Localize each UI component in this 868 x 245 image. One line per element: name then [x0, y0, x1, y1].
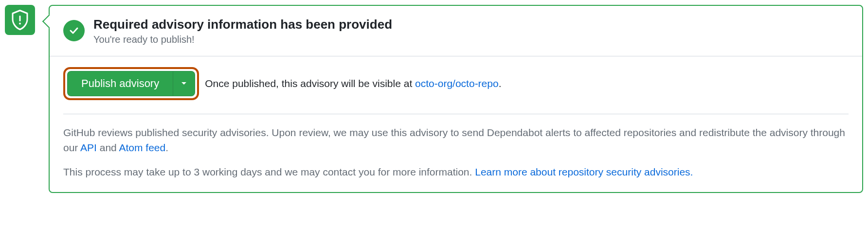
status-subtitle: You're ready to publish! — [93, 34, 392, 45]
status-title: Required advisory information has been p… — [93, 17, 392, 33]
repo-link[interactable]: octo-org/octo-repo — [415, 78, 499, 89]
publish-desc-suffix: . — [499, 78, 502, 89]
review-info-text: GitHub reviews published security adviso… — [63, 125, 849, 156]
publish-dropdown-button[interactable] — [173, 71, 195, 96]
publish-advisory-button[interactable]: Publish advisory — [67, 71, 173, 96]
info1-part2: and — [97, 142, 119, 153]
card-header: Required advisory information has been p… — [50, 6, 862, 56]
publish-desc-prefix: Once published, this advisory will be vi… — [205, 78, 415, 89]
caret-down-icon — [181, 82, 187, 86]
highlight-outline: Publish advisory — [63, 67, 199, 100]
check-circle-icon — [63, 20, 85, 41]
atom-feed-link[interactable]: Atom feed — [119, 142, 165, 153]
info1-part3: . — [165, 142, 168, 153]
learn-more-link[interactable]: Learn more about repository security adv… — [475, 166, 693, 177]
process-info-text: This process may take up to 3 working da… — [63, 164, 849, 180]
info2-part1: This process may take up to 3 working da… — [63, 166, 475, 177]
api-link[interactable]: API — [80, 142, 97, 153]
info1-part1: GitHub reviews published security adviso… — [63, 127, 845, 154]
publish-description: Once published, this advisory will be vi… — [205, 78, 501, 89]
advisory-status-card: Required advisory information has been p… — [49, 5, 863, 193]
publish-row: Publish advisory Once published, this ad… — [63, 67, 849, 114]
shield-alert-icon — [5, 5, 35, 35]
svg-point-1 — [19, 23, 21, 25]
